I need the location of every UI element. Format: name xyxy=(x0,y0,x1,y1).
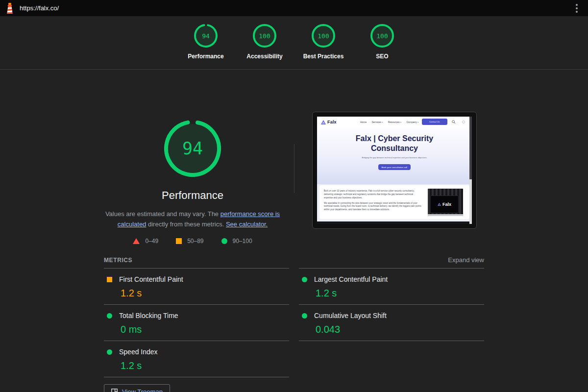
preview-contact-us-button: Contact Us xyxy=(422,119,447,125)
legend-item-fail: 0–49 xyxy=(133,238,158,245)
preview-nav-home: Home xyxy=(360,121,367,123)
lighthouse-report: https://falx.co/ 94 Performance 100 xyxy=(0,0,588,392)
legend-item-pass: 90–100 xyxy=(221,238,252,245)
chevron-down-icon: ▾ xyxy=(400,121,401,123)
performance-score: 94 xyxy=(193,23,219,49)
preview-book-call-button: Book your consultation call xyxy=(378,164,411,170)
accessibility-label: Accessibility xyxy=(246,53,282,60)
metric-name: First Contentful Paint xyxy=(119,275,183,283)
view-treemap-button[interactable]: View Treemap xyxy=(104,384,170,392)
kebab-icon xyxy=(576,4,578,6)
metric-first-contentful-paint: First Contentful Paint 1.2 s xyxy=(104,269,289,305)
preview-desk xyxy=(428,214,463,216)
metric-cumulative-layout-shift: Cumulative Layout Shift 0.043 xyxy=(299,305,484,341)
preview-nav-resources: Resources▾ xyxy=(388,121,401,123)
performance-gauge-icon: 94 xyxy=(193,23,219,49)
metric-status-icon xyxy=(107,277,112,282)
fail-triangle-icon xyxy=(133,238,140,244)
topbar: https://falx.co/ xyxy=(0,0,588,16)
summary-gauge-best-practices[interactable]: 100 Best Practices xyxy=(294,23,353,60)
summary-gauge-accessibility[interactable]: 100 Accessibility xyxy=(235,23,294,60)
score-legend: 0–49 50–89 90–100 xyxy=(104,238,281,245)
performance-label: Performance xyxy=(188,53,223,60)
preview-scrollbar xyxy=(469,117,472,224)
performance-main-gauge: 94 xyxy=(164,120,221,177)
legend-item-average: 50–89 xyxy=(176,238,203,245)
accessibility-gauge-icon: 100 xyxy=(252,23,277,49)
metrics-heading: METRICS xyxy=(104,257,132,264)
final-screenshot-thumbnail: Falx Home Services▾ Resources▾ Company▾ … xyxy=(312,112,477,229)
best-practices-label: Best Practices xyxy=(303,53,344,60)
summary-gauge-performance[interactable]: 94 Performance xyxy=(176,23,235,60)
falx-logo-icon xyxy=(438,203,441,206)
search-icon xyxy=(452,120,456,124)
preview-hero: Falx | Cyber Security Consultancy Bridgi… xyxy=(317,127,472,184)
metric-largest-contentful-paint: Largest Contentful Paint 1.2 s xyxy=(299,269,484,305)
metric-status-icon xyxy=(302,277,307,282)
preview-laptop-photo: Falx xyxy=(428,189,463,216)
metric-name: Cumulative Layout Shift xyxy=(314,312,387,319)
expand-view-button[interactable]: Expand view xyxy=(299,256,484,264)
metric-value: 0.043 xyxy=(316,324,484,335)
seo-label: SEO xyxy=(376,53,388,60)
see-calculator-link[interactable]: See calculator. xyxy=(226,220,268,228)
more-options-menu-button[interactable] xyxy=(572,3,581,13)
treemap-icon xyxy=(111,389,118,392)
metric-value: 1.2 s xyxy=(121,288,289,299)
chevron-down-icon: ▾ xyxy=(382,121,383,123)
accessibility-score: 100 xyxy=(252,23,277,49)
metrics-column-right: Largest Contentful Paint 1.2 s Cumulativ… xyxy=(299,269,484,341)
metrics-column-left: First Contentful Paint 1.2 s Total Block… xyxy=(104,269,289,377)
preview-nav-links: Home Services▾ Resources▾ Company▾ xyxy=(360,119,418,125)
preview-nav-services: Services▾ xyxy=(372,121,383,123)
site-screenshot: Falx Home Services▾ Resources▾ Company▾ … xyxy=(317,117,472,224)
metric-speed-index: Speed Index 1.2 s xyxy=(104,341,289,377)
preview-content-section: Built on over 10 years of industry exper… xyxy=(317,184,472,221)
metric-name: Total Blocking Time xyxy=(119,312,178,319)
preview-nav-company: Company▾ xyxy=(406,121,418,123)
best-practices-score: 100 xyxy=(311,23,336,49)
performance-main-score: 94 xyxy=(164,120,221,177)
performance-description: Values are estimated and may vary. The p… xyxy=(103,209,282,230)
metric-name: Speed Index xyxy=(119,348,158,356)
section-vertical-divider xyxy=(294,144,294,193)
preview-paragraphs: Built on over 10 years of industry exper… xyxy=(324,190,422,211)
preview-intro-card: Built on over 10 years of industry exper… xyxy=(319,185,469,219)
performance-section-title: Performance xyxy=(104,189,281,202)
metric-status-icon xyxy=(302,313,307,318)
category-summary-bar: 94 Performance 100 Accessibility 100 xyxy=(0,16,588,70)
theme-toggle-icon xyxy=(462,121,465,123)
chevron-down-icon: ▾ xyxy=(417,121,418,123)
falx-logo-icon xyxy=(321,120,326,124)
seo-gauge-icon: 100 xyxy=(369,23,395,49)
metric-name: Largest Contentful Paint xyxy=(314,275,388,283)
preview-scrollbar-thumb xyxy=(469,117,472,179)
preview-hero-title: Falx | Cyber Security Consultancy xyxy=(317,127,472,153)
seo-score: 100 xyxy=(369,23,395,49)
metric-status-icon xyxy=(107,349,112,355)
preview-laptop-screen: Falx xyxy=(430,196,459,213)
metric-value: 0 ms xyxy=(121,324,289,335)
preview-hero-subtitle: Bridging the gap between technical exper… xyxy=(356,156,433,159)
summary-gauge-seo[interactable]: 100 SEO xyxy=(353,23,412,60)
preview-navbar: Falx Home Services▾ Resources▾ Company▾ … xyxy=(317,117,472,127)
metric-value: 1.2 s xyxy=(316,288,484,299)
metric-value: 1.2 s xyxy=(121,360,289,371)
preview-logo: Falx xyxy=(321,120,337,124)
report-url-link[interactable]: https://falx.co/ xyxy=(20,4,59,12)
average-square-icon xyxy=(176,238,182,244)
pass-circle-icon xyxy=(221,238,227,244)
metric-total-blocking-time: Total Blocking Time 0 ms xyxy=(104,305,289,341)
lighthouse-icon xyxy=(5,2,15,14)
preview-next-section xyxy=(317,221,472,224)
best-practices-gauge-icon: 100 xyxy=(311,23,336,49)
metric-status-icon xyxy=(107,313,112,318)
